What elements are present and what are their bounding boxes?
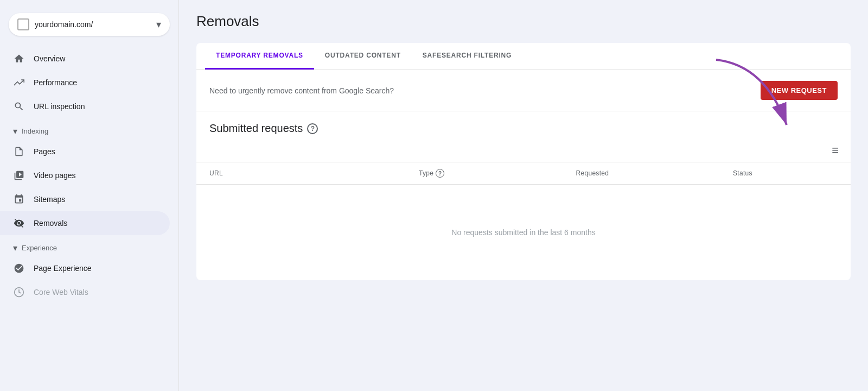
submitted-title-text: Submitted requests	[209, 122, 303, 135]
sidebar-sitemaps-label: Sitemaps	[34, 195, 65, 204]
sidebar-item-url-inspection[interactable]: URL inspection	[0, 94, 170, 118]
col-type: Type ?	[419, 169, 576, 178]
section-indexing[interactable]: ▾ Indexing	[0, 118, 178, 140]
sidebar-item-page-experience[interactable]: Page Experience	[0, 256, 170, 280]
page-experience-icon	[13, 263, 25, 274]
page-title: Removals	[196, 13, 851, 30]
sidebar-item-sitemaps[interactable]: Sitemaps	[0, 187, 170, 211]
remove-prompt-row: Need to urgently remove content from Goo…	[196, 70, 851, 111]
sidebar-item-core-web-vitals[interactable]: Core Web Vitals	[0, 280, 170, 304]
domain-selector[interactable]: yourdomain.com/ ▾	[9, 13, 170, 36]
sidebar-core-web-vitals-label: Core Web Vitals	[34, 288, 88, 297]
main-content: Removals TEMPORARY REMOVALS OUTDATED CON…	[179, 0, 868, 391]
sidebar-removals-label: Removals	[34, 219, 67, 228]
domain-name: yourdomain.com/	[35, 20, 151, 29]
sidebar-video-pages-label: Video pages	[34, 171, 76, 180]
sidebar-pages-label: Pages	[34, 147, 55, 156]
section-indexing-label: Indexing	[22, 127, 48, 135]
sidebar-item-performance[interactable]: Performance	[0, 71, 170, 94]
empty-state: No requests submitted in the last 6 mont…	[196, 185, 851, 280]
new-request-button[interactable]: NEW REQUEST	[761, 81, 838, 100]
remove-prompt-text: Need to urgently remove content from Goo…	[209, 86, 394, 95]
table-header: URL Type ? Requested Status	[196, 162, 851, 185]
removals-icon	[13, 218, 25, 229]
video-icon	[13, 170, 25, 181]
sidebar-item-overview[interactable]: Overview	[0, 47, 170, 71]
sidebar-performance-label: Performance	[34, 78, 77, 87]
sidebar-item-video-pages[interactable]: Video pages	[0, 163, 170, 187]
col-url: URL	[209, 169, 419, 178]
tab-outdated-content[interactable]: OUTDATED CONTENT	[314, 43, 412, 70]
filter-icon[interactable]: ≡	[832, 143, 838, 157]
tabs-container: TEMPORARY REMOVALS OUTDATED CONTENT SAFE…	[196, 43, 851, 70]
submitted-section: Submitted requests ?	[196, 111, 851, 135]
domain-chevron-icon: ▾	[156, 18, 161, 30]
section-experience-label: Experience	[22, 244, 57, 252]
experience-chevron-icon: ▾	[13, 243, 17, 253]
submitted-help-icon[interactable]: ?	[307, 123, 318, 134]
domain-icon	[17, 18, 29, 30]
tabs: TEMPORARY REMOVALS OUTDATED CONTENT SAFE…	[196, 43, 851, 70]
sitemaps-icon	[13, 194, 25, 205]
col-requested: Requested	[576, 169, 733, 178]
col-status: Status	[733, 169, 838, 178]
content-card: Need to urgently remove content from Goo…	[196, 70, 851, 280]
submitted-title: Submitted requests ?	[209, 122, 838, 135]
sidebar-url-inspection-label: URL inspection	[34, 102, 85, 111]
tab-safesearch-filtering[interactable]: SAFESEARCH FILTERING	[412, 43, 522, 70]
sidebar-item-removals[interactable]: Removals	[0, 211, 170, 235]
section-experience[interactable]: ▾ Experience	[0, 235, 178, 256]
sidebar-item-pages[interactable]: Pages	[0, 140, 170, 163]
sidebar-overview-label: Overview	[34, 54, 65, 63]
tab-temporary-removals[interactable]: TEMPORARY REMOVALS	[205, 43, 314, 70]
indexing-chevron-icon: ▾	[13, 126, 17, 136]
empty-state-text: No requests submitted in the last 6 mont…	[451, 228, 595, 237]
type-help-icon[interactable]: ?	[436, 169, 444, 178]
core-web-vitals-icon	[13, 287, 25, 298]
sidebar-page-experience-label: Page Experience	[34, 264, 92, 273]
sidebar: yourdomain.com/ ▾ Overview Performance U…	[0, 0, 179, 391]
home-icon	[13, 53, 25, 64]
filter-row: ≡	[196, 143, 851, 162]
trending-up-icon	[13, 77, 25, 88]
pages-icon	[13, 146, 25, 157]
search-icon	[13, 101, 25, 112]
